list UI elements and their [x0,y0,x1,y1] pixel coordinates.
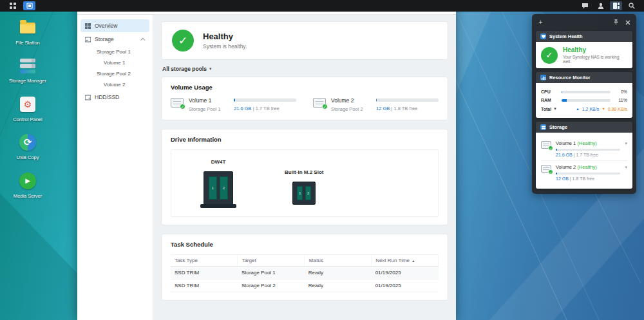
file-station-icon [18,18,37,37]
section-title: Task Schedule [171,241,439,248]
pin-icon [613,19,619,25]
shortcut-label: File Station [15,40,40,46]
notifications-button[interactable] [579,1,591,10]
drive-slot-2[interactable]: 2 [220,176,228,200]
resource-monitor-icon [540,75,546,80]
ram-usage-bar [562,99,611,102]
widget-panel-header: + [536,17,632,27]
device-name: DW4T [211,159,226,165]
filter-label: All storage pools [162,66,207,72]
shortcut-label: Control Panel [13,117,42,122]
sync-arrows-icon: ⟳ [24,136,32,148]
volume-usage-text: 12 GB | 1.8 TB free [556,176,620,181]
widgets-panel-icon [613,3,620,9]
user-menu-button[interactable] [594,1,607,10]
sidebar-item-storage-pool-2[interactable]: Storage Pool 2 [77,68,153,79]
volume-usage-card: Volume Usage ✓ Volume 1 Storage Pool 1 [161,77,448,120]
taskbar-tray [579,1,638,10]
volume-usage-text: 21.6 GB | 1.7 TB free [556,153,620,157]
col-target[interactable]: Target [238,255,305,267]
device-m2-slot[interactable]: Built-In M.2 Slot 1 2 [285,169,323,205]
m2-slot-1[interactable]: 1 [297,186,303,200]
open-app-button[interactable] [23,1,35,10]
drive-information-card: Drive Information DW4T 1 2 Built-In M.2 … [161,129,448,225]
widget-header[interactable]: Resource Monitor [536,72,632,83]
volume-usage-bar [556,173,620,174]
expand-chevron-icon[interactable]: ▾ [625,165,627,170]
shortcut-control-panel[interactable]: ⚙ Control Panel [4,95,52,122]
health-status-title: Healthy [203,32,247,41]
main-menu-button[interactable] [6,1,19,10]
total-label[interactable]: Total [541,107,551,111]
task-schedule-table: Task Type Target Status Next Run Time ▴ [171,254,439,292]
volume-usage-bar [234,99,296,102]
download-arrow-icon: ▼ [601,107,605,111]
shortcut-storage-manager[interactable]: Storage Manager [4,56,52,84]
volume-usage-tile[interactable]: ✓ Volume 2 Storage Pool 2 12 GB | 1 [313,97,439,112]
sidebar-item-volume-2[interactable]: Volume 2 [77,79,153,90]
play-icon: ▶ [25,177,30,184]
volume-usage-bar [376,99,439,102]
volume-usage-tile[interactable]: ✓ Volume 1 Storage Pool 1 21.6 GB | [171,97,296,112]
download-speed: 0.88 KB/s [608,107,627,111]
sidebar-item-storage[interactable]: Storage [80,33,149,46]
window-sidebar: Overview Storage Storage Pool 1 Volume 1… [77,15,153,320]
health-status: Healthy [563,46,627,53]
expand-chevron-icon[interactable]: ▾ [625,141,627,146]
drive-slot-1[interactable]: 1 [209,176,217,200]
network-total-row: Total ▾ ▲ 1.2 KB/s ▼ 0.88 KB/s [541,104,627,113]
add-widget-button[interactable]: + [536,18,545,27]
system-health-icon [540,33,546,39]
health-message: Your Synology NAS is working well. [563,55,627,64]
widget-volume-row: ✓ Volume 2 (Healthy) 12 GB | 1.8 TB free [541,160,627,184]
task-schedule-card: Task Schedule Task Type Target Status Ne… [161,234,448,301]
desktop-shortcuts: File Station Storage Manager ⚙ Control P… [4,18,52,199]
shortcut-media-server[interactable]: ▶ Media Server [4,171,52,199]
drive-bay-graphic: 1 2 [204,171,233,205]
volume-usage-text: 12 GB | 1.8 TB free [376,106,439,111]
cpu-label: CPU [541,89,558,94]
sidebar-item-hdd-ssd[interactable]: HDD/SSD [80,91,149,104]
cell-target: Storage Pool 2 [238,279,305,292]
widget-panel: + System Health ✓ Healthy Your Synology … [532,14,636,194]
collapse-chevron-icon[interactable] [140,37,145,42]
open-window-icon [26,3,33,9]
chat-bubble-icon [582,3,589,9]
task-row[interactable]: SSD TRIM Storage Pool 1 Ready 01/19/2025 [171,267,439,279]
cell-next-run-time: 01/19/2025 [372,279,439,292]
table-header-row: Task Type Target Status Next Run Time ▴ [171,255,439,267]
user-icon [598,3,604,9]
healthy-badge-icon: ✓ [180,104,185,109]
cpu-row: CPU 0% [541,88,627,96]
sort-ascending-icon: ▴ [412,259,414,263]
widget-header[interactable]: Storage [536,122,632,133]
pin-panel-button[interactable] [611,18,621,27]
close-panel-button[interactable] [623,18,632,27]
storage-widget: Storage ✓ Volume 1 (Healthy) 21.6 GB | [536,122,632,189]
m2-slot-2[interactable]: 2 [305,186,311,200]
task-row[interactable]: SSD TRIM Storage Pool 2 Ready 01/19/2025 [171,279,439,292]
shortcut-file-station[interactable]: File Station [4,18,52,46]
widget-body: ✓ Healthy Your Synology NAS is working w… [536,42,632,68]
sidebar-item-storage-pool-1[interactable]: Storage Pool 1 [77,46,153,57]
widgets-toggle-button[interactable] [610,1,622,10]
widget-header[interactable]: System Health [536,31,632,42]
search-button[interactable] [625,1,638,10]
col-next-run-time[interactable]: Next Run Time ▴ [372,255,439,267]
device-dw4t[interactable]: DW4T 1 2 [204,159,233,205]
col-status[interactable]: Status [305,255,372,267]
drive-diagram-area: DW4T 1 2 Built-In M.2 Slot 1 2 [171,149,439,217]
chevron-down-icon[interactable]: ▾ [554,106,556,111]
shortcut-usb-copy[interactable]: ⟳ USB Copy [4,133,52,160]
control-panel-icon: ⚙ [18,95,37,114]
storage-manager-icon [18,56,37,75]
search-icon [629,3,635,9]
ram-row: RAM 11% [541,96,627,104]
sidebar-item-overview[interactable]: Overview [80,19,149,32]
storage-pool-filter-dropdown[interactable]: All storage pools ▾ [162,66,447,72]
gear-icon: ⚙ [24,99,32,109]
sidebar-item-volume-1[interactable]: Volume 1 [77,57,153,68]
cell-target: Storage Pool 1 [238,267,305,279]
chevron-down-icon: ▾ [209,66,212,71]
col-task-type[interactable]: Task Type [171,255,238,267]
